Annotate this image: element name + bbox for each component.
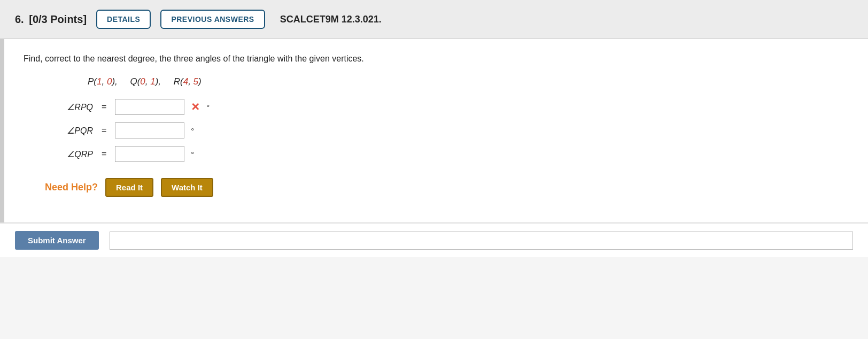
angle-qrp-row: ∠QRP = ° [45, 146, 849, 162]
angles-section: ∠RPQ = ✕ ° ∠PQR = ° ∠QRP = [45, 99, 849, 162]
angle-rpq-label: ∠RPQ [45, 102, 93, 112]
problem-code: SCALCET9M 12.3.021. [280, 14, 382, 25]
problem-header: 6. [0/3 Points] DETAILS PREVIOUS ANSWERS… [0, 0, 868, 39]
p-label: P( [88, 76, 97, 87]
help-section: Need Help? Read It Watch It [45, 178, 849, 197]
q-label: Q( [130, 76, 140, 87]
submit-button[interactable]: Submit Answer [15, 231, 99, 250]
angle-rpq-input[interactable] [115, 99, 184, 115]
vertices-display: P(1, 0), Q(0, 1), R(4, 5) [88, 76, 849, 87]
need-help-label: Need Help? [45, 182, 98, 193]
problem-text: Find, correct to the nearest degree, the… [24, 54, 849, 64]
watch-it-button[interactable]: Watch It [161, 178, 213, 197]
answer-field-bottom [110, 232, 853, 250]
angle-rpq-row: ∠RPQ = ✕ ° [45, 99, 849, 115]
angle-pqr-label: ∠PQR [45, 126, 93, 136]
previous-answers-button[interactable]: PREVIOUS ANSWERS [160, 10, 265, 29]
error-mark-rpq: ✕ [191, 101, 200, 113]
angle-pqr-row: ∠PQR = ° [45, 122, 849, 138]
angle-qrp-label: ∠QRP [45, 149, 93, 159]
angle-pqr-input[interactable] [115, 122, 184, 138]
angle-qrp-input[interactable] [115, 146, 184, 162]
problem-number: 6. [0/3 Points] [15, 13, 87, 26]
r-label: R( [174, 76, 183, 87]
details-button[interactable]: DETAILS [96, 10, 151, 29]
read-it-button[interactable]: Read It [105, 178, 153, 197]
